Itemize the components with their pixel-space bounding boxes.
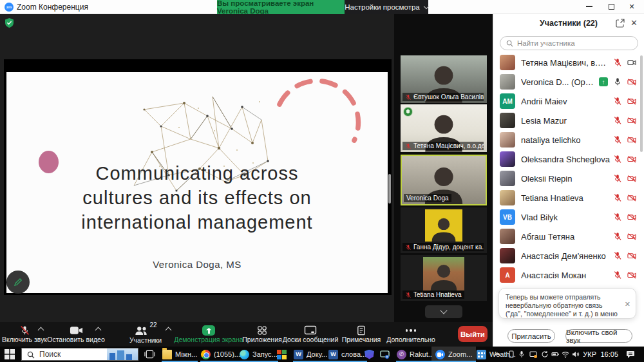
taskbar-search[interactable] [21, 348, 138, 361]
more-button[interactable]: Дополнительно [386, 323, 435, 345]
participants-button[interactable]: 22 Участники [124, 323, 167, 345]
video-tile[interactable]: Ганна Дідур, доцент ка... [401, 207, 487, 253]
participant-row[interactable]: Oleksandra Shcheglova [493, 149, 640, 169]
participants-button-label: Участники [129, 336, 162, 344]
mic-tray-icon[interactable] [518, 350, 526, 358]
task-view-icon[interactable] [144, 350, 155, 359]
participant-row[interactable]: Тетяна Мацієвич, в.о.декан... (Я) [493, 53, 640, 72]
mic-off-icon [405, 143, 412, 149]
participant-name: Oleksandra Shcheglova [521, 155, 611, 164]
video-tile-active-speaker[interactable]: Veronica Doga [401, 155, 487, 205]
share-screen-button[interactable]: Демонстрация экрана [178, 323, 240, 345]
tile-name: Veronica Doga [406, 195, 449, 202]
status-icons [613, 193, 636, 202]
security-shield-icon[interactable] [5, 18, 14, 28]
taskbar-app-security[interactable] [361, 347, 378, 362]
panel-scrollbar[interactable] [640, 55, 643, 152]
zoom-meeting-window: zm Zoom Конференция Вы просматриваете эк… [0, 0, 644, 362]
screen-share-tray-icon[interactable] [529, 350, 537, 358]
tile-name-label: Veronica Doga [404, 194, 451, 202]
taskbar-app-sync[interactable] [376, 347, 393, 362]
chrome-icon [201, 350, 211, 359]
edge-icon [240, 350, 249, 359]
participant-name: Lesia Mazur [521, 116, 611, 126]
word-icon: W [328, 350, 338, 359]
participant-row[interactable]: AM Andrii Maiev [493, 91, 640, 111]
participant-row[interactable]: Абгаш Тетяна [493, 227, 640, 246]
volume-icon[interactable] [572, 350, 580, 358]
slide-subtitle: Veronica Doga, MS [6, 259, 388, 270]
battery-icon[interactable] [551, 350, 559, 358]
participant-row[interactable]: A Анастасія Мокан [493, 265, 640, 285]
participants-panel: Участники (22) ✕ Тетяна Мацієвич, в.о.де… [493, 14, 644, 347]
apps-button-label: Приложения [242, 336, 281, 343]
participant-row[interactable]: Tetiana Hnatieva [493, 188, 640, 207]
leave-meeting-button[interactable]: Выйти [458, 326, 488, 342]
participant-name: Анастасія Мокан [521, 271, 611, 280]
clock[interactable]: 16:05 [600, 350, 618, 358]
participant-row[interactable]: Lesia Mazur [493, 111, 640, 130]
popout-icon[interactable] [616, 19, 625, 28]
annotate-button[interactable] [6, 271, 30, 294]
sync-tray-icon[interactable] [541, 350, 549, 358]
phone-icon[interactable] [507, 350, 515, 358]
calendar-icon [477, 350, 486, 359]
participants-list: Тетяна Мацієвич, в.о.декан... (Я) Veroni… [493, 53, 640, 285]
language-indicator[interactable]: УКР [583, 350, 596, 358]
video-tile[interactable]: Тетяна Мацієвич, в.о.де... [401, 104, 487, 152]
close-button[interactable]: ✕ [622, 0, 641, 13]
camera-off-icon [627, 251, 636, 260]
taskbar-app-zoom[interactable]: Zoom... [431, 347, 476, 362]
window-title: Zoom Конференция [17, 3, 88, 12]
participant-row[interactable]: Анастасія Дем'яненко [493, 246, 640, 265]
tray-expand-icon[interactable] [493, 350, 501, 358]
participant-row[interactable]: VB Vlad Bilyk [493, 207, 640, 227]
status-icons: ↑ [599, 77, 636, 86]
view-options-button[interactable]: Настройки просмотра [345, 0, 428, 14]
avatar [500, 229, 515, 244]
video-tile[interactable]: Tetiana Hnatieva [401, 255, 487, 301]
search-icon [506, 40, 513, 47]
more-tiles-button[interactable] [425, 305, 462, 318]
profile-photo [425, 209, 462, 242]
taskbar-app-office[interactable] [273, 347, 290, 362]
video-tile[interactable]: Євтушок Ольга Василів... [401, 55, 487, 103]
mic-off-icon [613, 116, 622, 125]
taskbar-app-label: Міжн... [175, 350, 197, 358]
pencil-icon [13, 277, 23, 287]
taskbar-search-input[interactable] [39, 349, 107, 359]
taskbar-app-folder[interactable]: Міжн... [158, 347, 201, 362]
participant-row[interactable]: nataliya telichko [493, 130, 640, 149]
apps-button[interactable]: Приложения [243, 323, 281, 345]
toast-close-icon[interactable]: ✕ [625, 300, 630, 309]
invite-button[interactable]: Пригласить [507, 329, 555, 343]
camera-off-icon [627, 155, 636, 164]
whiteboard-icon [304, 325, 317, 336]
participant-name: Vlad Bilyk [521, 213, 611, 222]
tile-name: Євтушок Ольга Василів... [413, 93, 484, 100]
start-button-icon[interactable] [5, 349, 15, 359]
search-input[interactable] [517, 37, 633, 49]
shared-screen-content: Communicating across cultures and its ef… [4, 59, 392, 295]
unmute-self-button[interactable]: Включить свой звук [565, 329, 632, 343]
camera-off-icon [627, 213, 636, 222]
wifi-icon[interactable] [562, 350, 569, 358]
whiteboards-button[interactable]: Доски сообщений [283, 323, 337, 345]
maximize-button[interactable] [601, 0, 621, 13]
minimize-button[interactable] [580, 0, 599, 13]
avatar [500, 113, 515, 128]
participant-search[interactable] [500, 36, 638, 50]
participant-row[interactable]: Veronica D... (Организатор) ↑ [493, 72, 640, 91]
slide-scrollbar[interactable] [388, 174, 391, 204]
panel-close-icon[interactable]: ✕ [630, 18, 638, 28]
action-center-icon[interactable] [626, 350, 635, 358]
notes-button[interactable]: Примечания [339, 323, 384, 345]
participant-row[interactable]: Oleksii Riepin [493, 169, 640, 188]
stop-video-button[interactable]: Остановить видео [50, 323, 102, 345]
participant-name: Абгаш Тетяна [521, 232, 611, 242]
viewing-screen-banner: Вы просматриваете экран Veronica Doga [217, 0, 345, 14]
avatar-initials: AM [500, 93, 515, 109]
tile-name-label: Євтушок Ольга Василів... [402, 93, 484, 101]
slide-title-line1: Communicating across [6, 161, 388, 186]
reactions-toast: Теперь вы можете отправлять невербальную… [498, 288, 636, 319]
